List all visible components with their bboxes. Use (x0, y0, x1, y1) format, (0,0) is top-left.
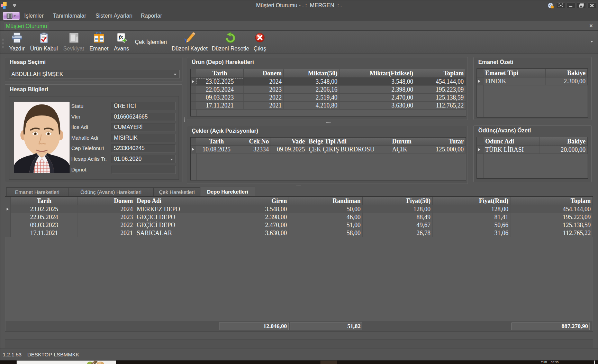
column-header[interactable]: Durum (390, 138, 422, 145)
column-header[interactable]: Cek No (237, 138, 271, 145)
vertical-splitter-left[interactable] (184, 117, 185, 122)
table-row[interactable]: 10.08.2025 32334 09.09.2025 ÇEK ÇIKIŞ BO… (191, 146, 466, 153)
exit-icon (254, 32, 266, 44)
fit-window-button[interactable] (556, 2, 565, 8)
menu-item-sistem-ayarlari[interactable]: Sistem Ayarları (92, 11, 136, 21)
column-header[interactable]: Depo Adi (135, 197, 218, 205)
duzeni-kaydet-button[interactable]: Düzeni Kaydet (171, 31, 208, 53)
table-row[interactable]: 23.02.2025 2024 MERKEZ DEPO 3.548,00 50,… (5, 205, 593, 213)
vertical-splitter-right[interactable] (470, 114, 471, 120)
column-header[interactable]: Bakiye (546, 69, 588, 77)
column-header[interactable]: Tutar (422, 138, 466, 145)
application-menu-button[interactable] (3, 12, 20, 20)
tab-emanet-hareketleri[interactable]: Emanet Hareketleri (6, 187, 68, 196)
table-row[interactable]: FINDIK 2.300,00 (477, 77, 588, 85)
panel-title: Hesap Seçimi (10, 59, 46, 65)
toolbar-overflow-icon[interactable] (589, 39, 595, 44)
grid-header-row: Tarih Cek No Vade Belge Tipi Adi Durum T… (191, 138, 466, 146)
mahalle-adi-field[interactable]: MISIRLIK (111, 134, 176, 142)
column-header[interactable]: Odunc Adi (483, 137, 540, 146)
machine-label: DESKTOP-LSBMMKK (27, 348, 79, 361)
table-row[interactable]: TÜRK LİRASI 20.000,00 (477, 146, 588, 154)
account-select[interactable]: ABDULLAH ŞİMŞEK (9, 70, 180, 78)
horizontal-splitter-middle[interactable] (326, 122, 332, 123)
account-info-inner-panel: Statu ÜRETİCİ Vkn 01660624665 Ilce Adi C… (9, 96, 179, 180)
table-row[interactable]: 09.03.2023 2022 GEÇİCİ DEPO 2.470,00 51,… (5, 221, 593, 229)
column-header[interactable]: Vade (271, 138, 307, 145)
tab-musteri-oturumu[interactable]: Müşteri Oturumu (4, 21, 49, 30)
duzeni-resetle-button[interactable]: Düzeni Resetle (211, 31, 250, 53)
toolbar-item-label: Yazdır (7, 46, 27, 52)
column-header[interactable]: Miktar(Fiziksel) (339, 69, 415, 77)
layout-lock-icon[interactable] (548, 3, 554, 9)
row-indicator-icon (192, 80, 194, 83)
column-header[interactable]: Donem (78, 197, 135, 205)
table-row[interactable]: 09.03.2023 2022 2.519,40 2.470,00 125.13… (191, 94, 466, 102)
field-label: Dipnot (71, 166, 86, 174)
column-header[interactable]: Belge Tipi Adi (307, 138, 390, 145)
ilce-adi-field[interactable]: CUMAYERİ (111, 123, 176, 131)
pencil-save-icon (184, 32, 196, 44)
maximize-button[interactable] (577, 2, 586, 8)
toolbar-item-label: Avans (112, 46, 131, 52)
tab-odunc-avans-hareketleri[interactable]: Ödünç (Avans) Hareketleri (68, 187, 154, 196)
horizontal-splitter-bottom[interactable] (296, 185, 301, 186)
application-window: Müşteri Oturumu - . : MERGEN : . (0, 0, 598, 364)
urun-kabul-button[interactable]: Ürün Kabul (29, 31, 59, 53)
status-bar: 1.2.1.53 DESKTOP-LSBMMKK (0, 348, 598, 361)
menu-item-islemler[interactable]: İşlemler (21, 11, 47, 21)
minimize-button[interactable] (567, 2, 576, 8)
tab-close-icon[interactable]: ✕ (588, 23, 594, 29)
table-row[interactable]: 23.02.2025 2024 3.548,00 3.548,00 454.14… (191, 78, 466, 86)
column-header[interactable]: Giren (218, 197, 289, 205)
column-header[interactable]: Bakiye (540, 137, 588, 146)
close-button[interactable] (587, 2, 596, 8)
table-row[interactable]: 22.05.2024 2023 GEÇİCİ DEPO 2.398,00 46,… (5, 213, 593, 221)
row-indicator-icon (478, 148, 480, 151)
avans-button[interactable]: fx Avans (112, 31, 131, 53)
indicator-column-line (483, 154, 484, 178)
footer-sum-giren: 12.046,00 (219, 323, 289, 330)
account-photo (14, 101, 70, 173)
menu-item-tanimlamalar[interactable]: Tanımlamalar (49, 11, 90, 21)
column-header[interactable]: Emanet Tipi (483, 69, 546, 77)
panel-title: Ödünç(Avans) Özeti (478, 128, 531, 134)
tab-depo-hareketleri[interactable]: Depo Hareketleri (200, 187, 255, 196)
field-label: Mahalle Adi (71, 134, 98, 142)
cek-islemleri-button[interactable]: Çek İşlemleri (134, 31, 167, 53)
column-header[interactable]: Toplam (415, 69, 466, 77)
horizontal-splitter-right[interactable] (528, 123, 534, 124)
column-header[interactable]: Donem (244, 69, 284, 77)
hesap-acilis-field[interactable]: 01.06.2020 (111, 155, 176, 163)
column-header[interactable]: Fiyat(50) (363, 197, 433, 205)
hazelnut-image-fragment (86, 361, 107, 364)
vkn-field[interactable]: 01660624665 (111, 113, 176, 121)
emanet-grid: Emanet Tipi Bakiye FINDIK 2.300,00 (477, 68, 588, 118)
menu-item-raporlar[interactable]: Raporlar (137, 11, 165, 21)
toolbar-grip[interactable] (2, 38, 4, 48)
column-header[interactable]: Tarih (196, 69, 244, 77)
panel-title: Hesap Bilgileri (10, 86, 48, 93)
column-header[interactable]: Miktar(50) (284, 69, 339, 77)
reset-icon (225, 32, 236, 44)
column-header[interactable]: Tarih (196, 138, 237, 145)
emanet-button[interactable]: Emanet (88, 31, 110, 53)
panel-title: Çekler (Açık Pozisyonlar) (192, 128, 258, 134)
table-row[interactable]: 17.11.2021 2021 SARICALAR 3.630,00 58,00… (5, 229, 593, 237)
cikis-button[interactable]: Çıkış (252, 31, 268, 53)
field-label: Statu (71, 102, 83, 110)
column-header[interactable]: Tarih (11, 197, 78, 205)
field-label: Cep Telefonu1 (71, 144, 105, 152)
dipnot-field[interactable] (111, 166, 176, 174)
table-row[interactable]: 22.05.2024 2023 2.206,16 2.398,00 195.22… (191, 86, 466, 94)
cep-telefonu-field[interactable]: 5233040245 (111, 144, 176, 152)
table-row[interactable]: 17.11.2021 2021 4.210,80 3.630,00 112.76… (191, 102, 466, 110)
print-button[interactable]: Yazdır (7, 31, 27, 53)
column-header[interactable]: Randiman (289, 197, 363, 205)
tab-cek-hareketleri[interactable]: Çek Hareketleri (154, 187, 200, 196)
document-tab-strip: Müşteri Oturumu ✕ (0, 21, 598, 31)
column-header[interactable]: Toplam (510, 197, 593, 205)
column-header[interactable]: Fiyat(Rnd) (433, 197, 510, 205)
window-title: Müşteri Oturumu - . : MERGEN : . (0, 0, 598, 11)
statu-field[interactable]: ÜRETİCİ (111, 102, 176, 110)
